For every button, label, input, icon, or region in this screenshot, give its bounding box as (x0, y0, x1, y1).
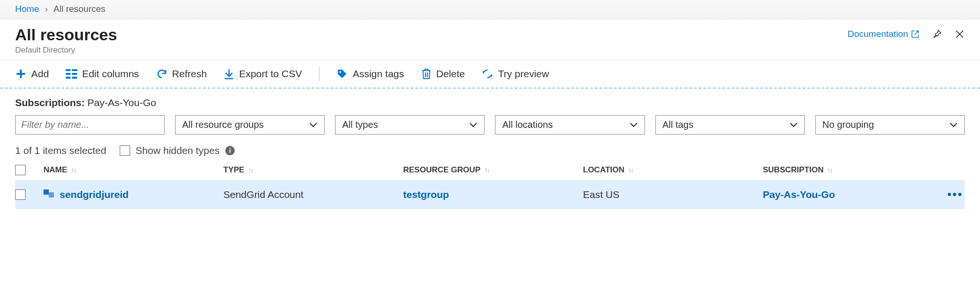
resources-table: NAME↑↓ TYPE↑↓ RESOURCE GROUP↑↓ LOCATION↑… (0, 160, 980, 209)
chevron-down-icon (949, 122, 958, 128)
breadcrumb: Home › All resources (0, 0, 980, 19)
filter-resource-groups-value: All resource groups (182, 119, 264, 130)
show-hidden-checkbox[interactable] (120, 145, 130, 156)
col-location-label: LOCATION (583, 165, 625, 175)
show-hidden-label: Show hidden types (136, 145, 220, 156)
chevron-down-icon (629, 122, 638, 128)
close-button[interactable] (954, 29, 965, 39)
sort-icon: ↑↓ (484, 166, 489, 174)
breadcrumb-current: All resources (53, 4, 106, 14)
subscriptions-line: Subscriptions: Pay-As-You-Go (0, 89, 980, 112)
filter-types[interactable]: All types (335, 115, 485, 135)
info-icon[interactable]: i (225, 146, 235, 155)
plus-icon (15, 68, 26, 80)
svg-rect-1 (72, 69, 77, 71)
chevron-down-icon (789, 122, 798, 128)
resource-location: East US (583, 189, 619, 200)
external-link-icon (911, 30, 919, 38)
status-line: 1 of 1 items selected Show hidden types … (0, 143, 980, 160)
page-header: All resources Default Directory Document… (0, 19, 980, 60)
breadcrumb-home[interactable]: Home (15, 4, 39, 14)
resource-group-link[interactable]: testgroup (403, 189, 449, 200)
row-more-button[interactable]: ••• (936, 187, 965, 202)
pin-button[interactable] (932, 29, 942, 39)
chevron-down-icon (309, 122, 318, 128)
toolbar-separator (319, 67, 319, 81)
col-name-label: NAME (44, 165, 67, 175)
toolbar: Add Edit columns Refresh Export to CSV A… (0, 60, 980, 89)
download-icon (224, 68, 234, 80)
filter-grouping-value: No grouping (822, 119, 874, 130)
trash-icon (421, 68, 432, 80)
sort-icon: ↑↓ (248, 166, 253, 174)
refresh-icon (156, 68, 168, 80)
delete-button[interactable]: Delete (421, 68, 465, 80)
delete-label: Delete (436, 68, 465, 80)
add-button[interactable]: Add (15, 68, 49, 80)
close-icon (954, 29, 965, 39)
row-checkbox[interactable] (15, 189, 26, 200)
filter-name-input[interactable] (15, 115, 165, 135)
col-rg-label: RESOURCE GROUP (403, 165, 480, 175)
filter-tags[interactable]: All tags (655, 115, 805, 135)
pin-icon (932, 29, 942, 39)
resource-icon (44, 189, 54, 200)
col-location[interactable]: LOCATION↑↓ (583, 165, 763, 175)
sort-icon: ↑↓ (827, 166, 832, 174)
tag-icon (336, 68, 348, 80)
svg-rect-4 (66, 77, 71, 79)
resource-name-link[interactable]: sendgridjureid (60, 189, 129, 200)
page-title: All resources (15, 26, 117, 44)
filter-types-value: All types (342, 119, 378, 130)
col-type-label: TYPE (223, 165, 244, 175)
try-preview-button[interactable]: Try preview (482, 68, 549, 80)
preview-icon (482, 68, 493, 80)
refresh-label: Refresh (172, 68, 207, 80)
svg-point-6 (339, 71, 341, 73)
refresh-button[interactable]: Refresh (156, 68, 207, 80)
svg-rect-3 (72, 73, 77, 75)
col-name[interactable]: NAME↑↓ (44, 165, 223, 175)
documentation-link[interactable]: Documentation (848, 29, 919, 39)
export-csv-label: Export to CSV (239, 68, 302, 80)
filters-row: All resource groups All types All locati… (0, 112, 980, 143)
page-subtitle: Default Directory (15, 45, 117, 55)
chevron-right-icon: › (45, 4, 48, 14)
export-csv-button[interactable]: Export to CSV (224, 68, 302, 80)
sort-icon: ↑↓ (628, 166, 633, 174)
filter-locations[interactable]: All locations (495, 115, 645, 135)
subscriptions-value: Pay-As-You-Go (88, 97, 156, 108)
subscriptions-label: Subscriptions: (15, 97, 85, 108)
col-subscription-label: SUBSCRIPTION (763, 165, 823, 175)
table-row[interactable]: sendgridjureid SendGrid Account testgrou… (15, 180, 965, 209)
filter-resource-groups[interactable]: All resource groups (175, 115, 325, 135)
col-resource-group[interactable]: RESOURCE GROUP↑↓ (403, 165, 583, 175)
col-subscription[interactable]: SUBSCRIPTION↑↓ (763, 165, 936, 175)
svg-rect-2 (66, 73, 71, 75)
try-preview-label: Try preview (498, 68, 549, 80)
add-label: Add (31, 68, 49, 80)
col-type[interactable]: TYPE↑↓ (223, 165, 403, 175)
columns-icon (66, 69, 77, 79)
svg-rect-5 (72, 77, 77, 79)
edit-columns-label: Edit columns (82, 68, 139, 80)
sort-icon: ↑↓ (71, 166, 76, 174)
resource-subscription-link[interactable]: Pay-As-You-Go (763, 189, 835, 200)
documentation-label: Documentation (848, 29, 908, 39)
assign-tags-button[interactable]: Assign tags (336, 68, 404, 80)
filter-locations-value: All locations (502, 119, 553, 130)
table-header: NAME↑↓ TYPE↑↓ RESOURCE GROUP↑↓ LOCATION↑… (15, 160, 965, 180)
svg-rect-0 (66, 69, 71, 71)
resource-type: SendGrid Account (223, 189, 303, 200)
filter-grouping[interactable]: No grouping (815, 115, 965, 135)
assign-tags-label: Assign tags (353, 68, 404, 80)
selection-count: 1 of 1 items selected (15, 145, 106, 156)
select-all-checkbox[interactable] (15, 165, 26, 175)
edit-columns-button[interactable]: Edit columns (66, 68, 139, 80)
filter-tags-value: All tags (662, 119, 694, 130)
chevron-down-icon (469, 122, 477, 128)
